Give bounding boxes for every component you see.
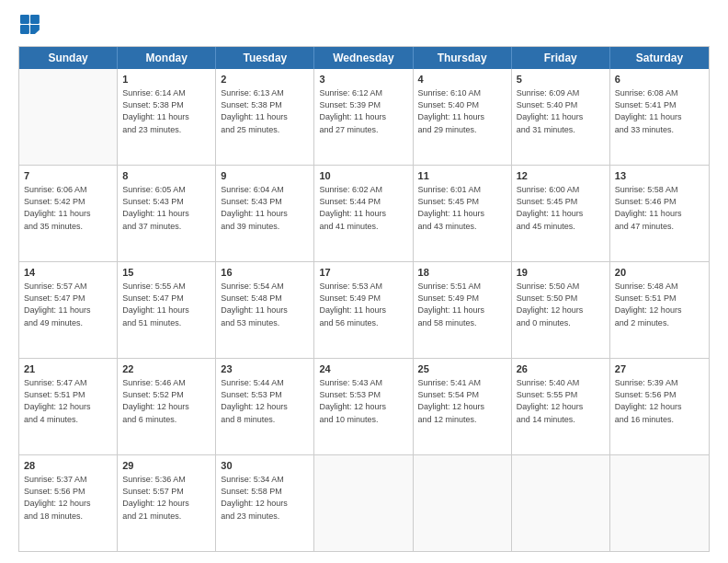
table-row [512, 455, 610, 551]
day-number: 23 [221, 362, 309, 376]
table-row: 30Sunrise: 5:34 AM Sunset: 5:58 PM Dayli… [216, 455, 314, 551]
table-row: 15Sunrise: 5:55 AM Sunset: 5:47 PM Dayli… [118, 262, 216, 358]
table-row: 11Sunrise: 6:01 AM Sunset: 5:45 PM Dayli… [414, 166, 512, 261]
day-number: 14 [24, 266, 112, 280]
day-info: Sunrise: 5:41 AM Sunset: 5:54 PM Dayligh… [418, 377, 506, 425]
day-info: Sunrise: 6:14 AM Sunset: 5:38 PM Dayligh… [122, 87, 210, 135]
calendar-week-3: 14Sunrise: 5:57 AM Sunset: 5:47 PM Dayli… [19, 262, 709, 359]
day-number: 21 [24, 362, 112, 376]
day-info: Sunrise: 6:12 AM Sunset: 5:39 PM Dayligh… [319, 87, 407, 135]
day-info: Sunrise: 5:34 AM Sunset: 5:58 PM Dayligh… [221, 474, 309, 522]
day-info: Sunrise: 6:10 AM Sunset: 5:40 PM Dayligh… [418, 87, 506, 135]
header-friday: Friday [512, 47, 610, 69]
table-row: 17Sunrise: 5:53 AM Sunset: 5:49 PM Dayli… [314, 262, 413, 358]
table-row: 3Sunrise: 6:12 AM Sunset: 5:39 PM Daylig… [314, 69, 413, 165]
calendar-week-4: 21Sunrise: 5:47 AM Sunset: 5:51 PM Dayli… [19, 359, 709, 455]
day-number: 12 [517, 169, 605, 183]
header-saturday: Saturday [610, 47, 709, 69]
table-row: 6Sunrise: 6:08 AM Sunset: 5:41 PM Daylig… [610, 69, 709, 165]
day-number: 27 [615, 362, 704, 376]
day-number: 28 [24, 459, 112, 473]
day-number: 29 [122, 459, 210, 473]
table-row: 18Sunrise: 5:51 AM Sunset: 5:49 PM Dayli… [414, 262, 512, 358]
svg-rect-0 [20, 15, 29, 24]
day-info: Sunrise: 5:36 AM Sunset: 5:57 PM Dayligh… [122, 474, 210, 522]
table-row [314, 455, 413, 551]
day-info: Sunrise: 5:58 AM Sunset: 5:46 PM Dayligh… [615, 184, 704, 232]
day-number: 13 [615, 169, 704, 183]
page: Sunday Monday Tuesday Wednesday Thursday… [0, 0, 728, 563]
day-number: 17 [319, 266, 407, 280]
day-info: Sunrise: 5:50 AM Sunset: 5:50 PM Dayligh… [517, 281, 605, 328]
table-row: 13Sunrise: 5:58 AM Sunset: 5:46 PM Dayli… [610, 166, 709, 261]
table-row: 23Sunrise: 5:44 AM Sunset: 5:53 PM Dayli… [216, 359, 314, 454]
table-row: 24Sunrise: 5:43 AM Sunset: 5:53 PM Dayli… [314, 359, 413, 454]
day-number: 11 [418, 169, 506, 183]
table-row: 14Sunrise: 5:57 AM Sunset: 5:47 PM Dayli… [19, 262, 118, 358]
day-number: 16 [221, 266, 309, 280]
day-info: Sunrise: 5:55 AM Sunset: 5:47 PM Dayligh… [122, 281, 210, 328]
day-number: 19 [517, 266, 605, 280]
table-row: 5Sunrise: 6:09 AM Sunset: 5:40 PM Daylig… [512, 69, 610, 165]
day-number: 6 [615, 73, 704, 86]
day-info: Sunrise: 5:57 AM Sunset: 5:47 PM Dayligh… [24, 281, 112, 328]
day-number: 26 [517, 362, 605, 376]
header-monday: Monday [118, 47, 216, 69]
header [18, 15, 710, 39]
day-number: 7 [24, 169, 112, 183]
day-info: Sunrise: 6:13 AM Sunset: 5:38 PM Dayligh… [221, 87, 309, 135]
header-tuesday: Tuesday [216, 47, 314, 69]
svg-rect-1 [30, 15, 40, 24]
table-row: 25Sunrise: 5:41 AM Sunset: 5:54 PM Dayli… [414, 359, 512, 454]
day-number: 22 [122, 362, 210, 376]
calendar: Sunday Monday Tuesday Wednesday Thursday… [18, 46, 710, 552]
table-row: 19Sunrise: 5:50 AM Sunset: 5:50 PM Dayli… [512, 262, 610, 358]
header-wednesday: Wednesday [314, 47, 413, 69]
day-info: Sunrise: 6:02 AM Sunset: 5:44 PM Dayligh… [319, 184, 407, 232]
table-row: 26Sunrise: 5:40 AM Sunset: 5:55 PM Dayli… [512, 359, 610, 454]
day-info: Sunrise: 5:48 AM Sunset: 5:51 PM Dayligh… [615, 281, 704, 328]
calendar-header: Sunday Monday Tuesday Wednesday Thursday… [19, 47, 709, 69]
table-row [414, 455, 512, 551]
day-info: Sunrise: 6:06 AM Sunset: 5:42 PM Dayligh… [24, 184, 112, 232]
table-row [610, 455, 709, 551]
day-number: 18 [418, 266, 506, 280]
table-row: 16Sunrise: 5:54 AM Sunset: 5:48 PM Dayli… [216, 262, 314, 358]
calendar-body: 1Sunrise: 6:14 AM Sunset: 5:38 PM Daylig… [19, 69, 709, 551]
day-info: Sunrise: 5:39 AM Sunset: 5:56 PM Dayligh… [615, 377, 704, 425]
day-number: 4 [418, 73, 506, 86]
day-info: Sunrise: 5:51 AM Sunset: 5:49 PM Dayligh… [418, 281, 506, 328]
day-info: Sunrise: 6:08 AM Sunset: 5:41 PM Dayligh… [615, 87, 704, 135]
day-number: 1 [122, 73, 210, 86]
day-info: Sunrise: 6:05 AM Sunset: 5:43 PM Dayligh… [122, 184, 210, 232]
day-info: Sunrise: 6:00 AM Sunset: 5:45 PM Dayligh… [517, 184, 605, 232]
table-row: 20Sunrise: 5:48 AM Sunset: 5:51 PM Dayli… [610, 262, 709, 358]
day-info: Sunrise: 5:40 AM Sunset: 5:55 PM Dayligh… [517, 377, 605, 425]
day-info: Sunrise: 6:09 AM Sunset: 5:40 PM Dayligh… [517, 87, 605, 135]
logo-icon [20, 15, 40, 35]
day-number: 15 [122, 266, 210, 280]
day-number: 8 [122, 169, 210, 183]
day-info: Sunrise: 6:04 AM Sunset: 5:43 PM Dayligh… [221, 184, 309, 232]
table-row [19, 69, 118, 165]
day-info: Sunrise: 5:43 AM Sunset: 5:53 PM Dayligh… [319, 377, 407, 425]
day-info: Sunrise: 5:46 AM Sunset: 5:52 PM Dayligh… [122, 377, 210, 425]
table-row: 28Sunrise: 5:37 AM Sunset: 5:56 PM Dayli… [19, 455, 118, 551]
table-row: 22Sunrise: 5:46 AM Sunset: 5:52 PM Dayli… [118, 359, 216, 454]
day-number: 9 [221, 169, 309, 183]
day-number: 3 [319, 73, 407, 86]
table-row: 29Sunrise: 5:36 AM Sunset: 5:57 PM Dayli… [118, 455, 216, 551]
day-info: Sunrise: 5:37 AM Sunset: 5:56 PM Dayligh… [24, 474, 112, 522]
header-thursday: Thursday [414, 47, 512, 69]
calendar-week-1: 1Sunrise: 6:14 AM Sunset: 5:38 PM Daylig… [19, 69, 709, 166]
table-row: 2Sunrise: 6:13 AM Sunset: 5:38 PM Daylig… [216, 69, 314, 165]
table-row: 7Sunrise: 6:06 AM Sunset: 5:42 PM Daylig… [19, 166, 118, 261]
day-number: 25 [418, 362, 506, 376]
table-row: 1Sunrise: 6:14 AM Sunset: 5:38 PM Daylig… [118, 69, 216, 165]
calendar-week-2: 7Sunrise: 6:06 AM Sunset: 5:42 PM Daylig… [19, 166, 709, 262]
svg-marker-3 [30, 25, 40, 34]
day-info: Sunrise: 5:44 AM Sunset: 5:53 PM Dayligh… [221, 377, 309, 425]
day-number: 5 [517, 73, 605, 86]
table-row: 27Sunrise: 5:39 AM Sunset: 5:56 PM Dayli… [610, 359, 709, 454]
table-row: 12Sunrise: 6:00 AM Sunset: 5:45 PM Dayli… [512, 166, 610, 261]
